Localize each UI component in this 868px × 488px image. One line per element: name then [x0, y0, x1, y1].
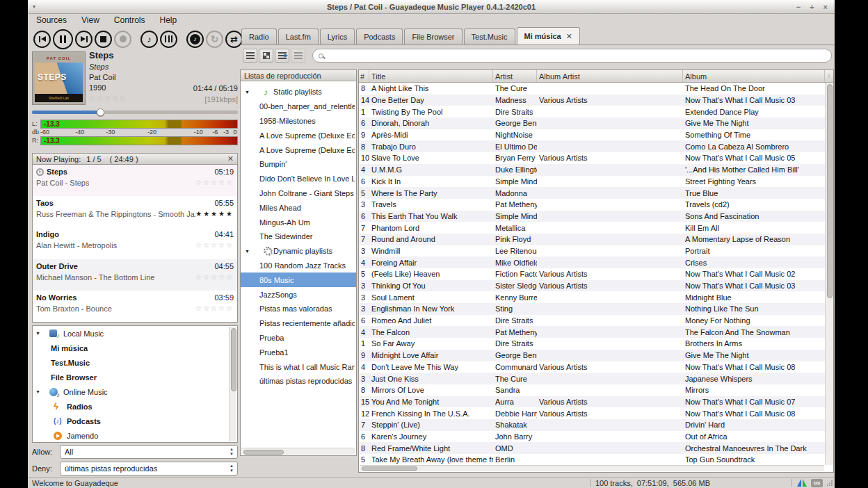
track-rating[interactable]: ☆☆☆☆☆ — [89, 95, 127, 102]
table-row[interactable]: 3Englishman In New YorkStingNothing Like… — [359, 303, 825, 315]
view-jump-button[interactable] — [275, 49, 289, 63]
table-row[interactable]: 5(Feels Like) HeavenFiction FactoryVario… — [359, 268, 825, 280]
playlist-item-mingus-ah-um[interactable]: Mingus-Ah Um — [241, 215, 356, 229]
maximize-button[interactable]: + — [810, 1, 814, 13]
spinner-icon[interactable]: ▲▼ — [230, 464, 234, 473]
table-row[interactable]: 4The FalconPat Metheny (Group)The Falcon… — [359, 326, 825, 338]
table-row[interactable]: 3Just One KissThe CureJapanese Whispers — [359, 373, 825, 384]
playlist-item-bumpin[interactable]: Bumpin' — [241, 157, 356, 172]
column-chooser-icon[interactable]: ⁞ — [825, 70, 833, 82]
now-playing-item[interactable]: Steps05:19Pat Coil - Steps☆☆☆☆☆ — [33, 165, 237, 196]
stop-button[interactable] — [95, 31, 112, 48]
view-grid-button[interactable] — [259, 49, 273, 63]
expand-arrow-icon[interactable]: ▼ — [35, 389, 40, 394]
table-row[interactable]: 6Kick It InSimple MindsStreet Fighting Y… — [359, 176, 825, 188]
next-button[interactable] — [75, 31, 93, 48]
menu-help[interactable]: Help — [160, 15, 177, 25]
table-row[interactable]: 14One Better DayMadnessVarious ArtistsNo… — [359, 95, 825, 106]
tab-last-fm[interactable]: Last.fm — [278, 29, 319, 44]
playlist-item-prueba[interactable]: Prueba — [241, 331, 356, 345]
playlist-item-the-sidewinder[interactable]: The Sidewinder — [241, 229, 356, 244]
tab-lyrics[interactable]: Lyrics — [320, 29, 355, 44]
window-menu-icon[interactable]: ▾ — [33, 3, 35, 10]
view-tree-button[interactable] — [291, 49, 305, 63]
menu-view[interactable]: View — [81, 15, 99, 25]
sidebar-item-local-music[interactable]: ▼Local Music — [33, 326, 237, 341]
table-row[interactable]: 7Phantom LordMetallicaKill Em All — [359, 222, 825, 234]
table-row[interactable]: 15You And Me TonightAurraVarious Artists… — [359, 396, 825, 408]
now-playing-item-rating[interactable]: ★★★★★ — [195, 210, 234, 218]
table-row[interactable]: 5Take My Breath Away (love theme from To… — [359, 454, 825, 465]
spinner-icon[interactable]: ▲▼ — [230, 447, 234, 457]
table-row[interactable]: 3Soul LamentKenny BurrellMidnight Blue — [359, 291, 825, 303]
now-playing-item[interactable]: Taos05:55Russ Freeman & The Rippingtons … — [33, 196, 237, 227]
allow-combobox[interactable]: All ▲▼ — [60, 445, 238, 459]
table-row[interactable]: 7Steppin' (Live)ShakatakDrivin' Hard — [359, 419, 825, 431]
table-row[interactable]: 8Mirrors Of LoveSandraMirrors — [359, 384, 825, 396]
sidebar-item-online-music[interactable]: ▼Online Music — [33, 384, 237, 399]
column-header-album-artist[interactable]: Album Artist — [537, 70, 683, 82]
os-badge[interactable]: os — [811, 479, 823, 487]
table-row[interactable]: 7Round and AroundPink FloydA Momentary L… — [359, 234, 825, 245]
table-row[interactable]: 6This Earth That You WalkSimple MindsSon… — [359, 211, 825, 222]
table-hscrollbar[interactable] — [360, 465, 824, 471]
audioscrobbler-icon[interactable] — [797, 479, 801, 487]
previous-button[interactable] — [33, 31, 51, 48]
column-header-[interactable]: # — [359, 70, 369, 82]
now-playing-item[interactable]: Indigo04:41Alan Hewitt - Metropolis☆☆☆☆☆ — [33, 227, 237, 259]
playlist-item-1958-milestones[interactable]: 1958-Milestones — [241, 114, 356, 129]
table-row[interactable]: 12French Kissing In The U.S.A.Debbie Har… — [359, 407, 825, 419]
table-row[interactable]: 10Slave To LoveBryan FerryVarious Artist… — [359, 152, 825, 164]
column-header-album[interactable]: Album — [683, 70, 825, 82]
table-row[interactable]: 4Foreing AffairMike OldfieldCrises — [359, 257, 825, 268]
library-scrollbar[interactable] — [229, 327, 236, 441]
now-playing-item-rating[interactable]: ☆☆☆☆☆ — [195, 179, 234, 187]
pause-button[interactable] — [53, 29, 73, 49]
table-row[interactable]: 9Après-MidiNightNoiseSomething Of Time — [359, 129, 825, 141]
table-row[interactable]: 3Thinking Of YouSister SledgeVarious Art… — [359, 280, 825, 292]
playlist-item-dido-don-t-believe-in-love-listas[interactable]: Dido Don't Believe In Love Listas — [241, 172, 356, 186]
expand-arrow-icon[interactable]: ▼ — [35, 331, 40, 336]
now-playing-item[interactable]: Outer Drive04:55Michael Manson - The Bot… — [33, 259, 237, 291]
column-header-artist[interactable]: Artist — [493, 70, 537, 82]
table-row[interactable]: 3WindmillLee RitenourPortrait — [359, 245, 825, 257]
view-list-button[interactable] — [243, 49, 257, 63]
audioscrobbler-icon[interactable] — [803, 479, 807, 487]
close-button[interactable]: × — [823, 1, 828, 13]
search-box[interactable] — [312, 49, 832, 63]
resize-grip-icon[interactable] — [827, 480, 833, 486]
playlist-item-john-coltrane-giant-steps[interactable]: John Coltrane - Giant Steps — [241, 186, 356, 201]
tab-radio[interactable]: Radio — [241, 29, 277, 44]
sidebar-item-podcasts[interactable]: (♪)Podcasts — [33, 414, 237, 428]
menu-controls[interactable]: Controls — [114, 15, 145, 25]
column-header-title[interactable]: Title — [369, 70, 493, 82]
seek-bar[interactable] — [32, 108, 238, 115]
search-input[interactable] — [328, 51, 826, 60]
playlist-item-ltimas-pistas-reproducidas[interactable]: últimas pistas reproducidas — [241, 374, 356, 389]
playlist-item-prueba1[interactable]: Prueba1 — [241, 345, 356, 359]
sidebar-item-file-browser[interactable]: File Browser — [33, 370, 237, 384]
now-playing-item-rating[interactable]: ☆☆☆☆☆ — [195, 241, 234, 250]
tab-close-icon[interactable]: ✕ — [566, 32, 572, 41]
seek-handle[interactable] — [97, 108, 104, 116]
now-playing-close-icon[interactable]: ✕ — [227, 154, 234, 163]
playlist-item-a-love-supreme-deluxe-edition[interactable]: A Love Supreme (Deluxe Edition — [241, 143, 356, 157]
table-row[interactable]: 3TravelsPat MethenyTravels (cd2) — [359, 199, 825, 211]
menu-sources[interactable]: Sources — [36, 15, 67, 25]
playlist-item-jazzsongs[interactable]: JazzSongs — [241, 287, 356, 302]
tab-mi-m-sica[interactable]: Mi música✕ — [517, 27, 580, 44]
tab-test-music[interactable]: Test.Music — [464, 29, 515, 44]
tab-file-browser[interactable]: File Browser — [404, 29, 462, 44]
table-row[interactable]: 8A Night Like ThisThe CureThe Head On Th… — [359, 83, 825, 95]
tab-podcasts[interactable]: Podcasts — [356, 29, 403, 44]
table-row[interactable]: 8Red Frame/White LightOMDOrchestral Mano… — [359, 442, 825, 454]
playlist-item-80s-music[interactable]: 80s Music — [241, 273, 356, 287]
table-row[interactable]: 4U.M.M.GDuke Ellington'...And His Mother… — [359, 164, 825, 176]
deny-combobox[interactable]: últimas pistas reproducidas ▲▼ — [60, 462, 238, 475]
table-row[interactable]: 6Romeo And JulietDire StraitsMoney For N… — [359, 315, 825, 327]
playlist-item-pistas-recientemente-a-adidas[interactable]: Pistas recientemente añadidas — [241, 316, 356, 331]
volume-button[interactable]: ♪ — [140, 31, 158, 48]
table-row[interactable]: 4Don't Leave Me This WayCommunardsVariou… — [359, 361, 825, 373]
table-row[interactable]: 1So Far AwayDire StraitsBrothers In Arms — [359, 338, 825, 350]
playlist-item-00-ben-harper-and-relentless7[interactable]: 00-ben_harper_and_relentless7 — [241, 99, 356, 114]
